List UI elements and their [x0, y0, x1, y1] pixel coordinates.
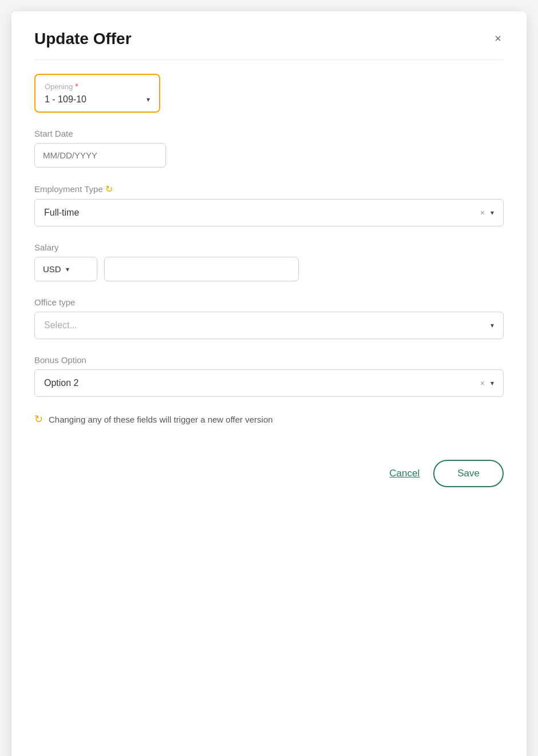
- start-date-label: Start Date: [34, 129, 504, 138]
- salary-amount-input[interactable]: [104, 257, 299, 281]
- opening-section: Opening * 1 - 109-10 ▾: [34, 74, 504, 113]
- office-type-label: Office type: [34, 297, 504, 307]
- office-type-select-right: ▾: [490, 321, 494, 329]
- bonus-option-select[interactable]: Option 2 × ▾: [34, 369, 504, 397]
- currency-select[interactable]: USD ▾: [34, 257, 97, 281]
- employment-type-value: Full-time: [44, 208, 79, 218]
- office-type-section: Office type Select... ▾: [34, 297, 504, 339]
- bonus-option-label: Bonus Option: [34, 355, 504, 365]
- opening-dropdown-arrow-icon: ▾: [147, 96, 150, 104]
- opening-select[interactable]: 1 - 109-10 ▾: [45, 94, 150, 105]
- salary-label: Salary: [34, 242, 504, 252]
- bonus-option-dropdown-arrow-icon: ▾: [490, 379, 494, 387]
- notice-text: Changing any of these fields will trigge…: [49, 415, 273, 424]
- opening-value: 1 - 109-10: [45, 94, 86, 105]
- bonus-option-clear-icon[interactable]: ×: [480, 379, 485, 388]
- save-button[interactable]: Save: [433, 460, 504, 487]
- modal-title: Update Offer: [34, 30, 132, 48]
- close-button[interactable]: ×: [492, 30, 504, 47]
- office-type-select[interactable]: Select... ▾: [34, 312, 504, 339]
- notice-refresh-icon: ↻: [34, 413, 43, 425]
- employment-type-select-right: × ▾: [480, 208, 494, 217]
- employment-type-dropdown-arrow-icon: ▾: [490, 209, 494, 217]
- office-type-dropdown-arrow-icon: ▾: [490, 321, 494, 329]
- start-date-input[interactable]: [34, 143, 166, 168]
- modal-footer: Cancel Save: [34, 448, 504, 487]
- salary-row: USD ▾: [34, 257, 504, 281]
- bonus-option-section: Bonus Option Option 2 × ▾: [34, 355, 504, 397]
- employment-type-select[interactable]: Full-time × ▾: [34, 199, 504, 226]
- info-notice: ↻ Changing any of these fields will trig…: [34, 413, 504, 425]
- employment-type-section: Employment Type ↻ Full-time × ▾: [34, 184, 504, 226]
- bonus-option-value: Option 2: [44, 378, 78, 388]
- employment-type-label: Employment Type: [34, 184, 103, 194]
- close-icon: ×: [495, 32, 501, 45]
- opening-label-group: Opening *: [45, 82, 150, 91]
- bonus-option-select-right: × ▾: [480, 379, 494, 388]
- currency-value: USD: [43, 264, 61, 274]
- employment-type-clear-icon[interactable]: ×: [480, 208, 485, 217]
- salary-section: Salary USD ▾: [34, 242, 504, 281]
- opening-required-star: *: [75, 82, 78, 91]
- opening-label: Opening: [45, 82, 73, 91]
- currency-dropdown-arrow-icon: ▾: [66, 265, 69, 273]
- modal-header: Update Offer ×: [34, 30, 504, 60]
- employment-type-refresh-icon: ↻: [105, 184, 113, 194]
- update-offer-modal: Update Offer × Opening * 1 - 109-10 ▾ St…: [11, 11, 527, 756]
- start-date-section: Start Date: [34, 129, 504, 168]
- opening-field-wrapper: Opening * 1 - 109-10 ▾: [34, 74, 160, 113]
- employment-type-label-group: Employment Type ↻: [34, 184, 504, 194]
- cancel-button[interactable]: Cancel: [389, 468, 420, 479]
- office-type-placeholder: Select...: [44, 320, 77, 331]
